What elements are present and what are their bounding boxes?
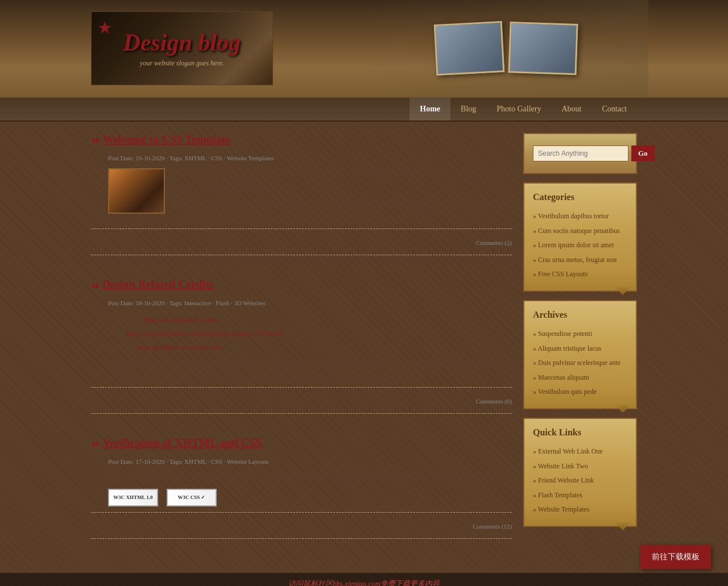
post-3-header: ❝ Verification of XHTML and CSS bbox=[91, 437, 512, 455]
main-wrapper: ❝ Welcome to CSS Template Post Date: 19-… bbox=[80, 122, 648, 573]
post-3-title[interactable]: Verification of XHTML and CSS bbox=[102, 437, 262, 450]
footer-bar: 访问鼠标社区bbs.xieniao.com免费下载更多内容 bbox=[0, 573, 728, 587]
w3c-css-badge: W3C CSS ✓ bbox=[167, 489, 217, 506]
post-3-footer: Comments (12) bbox=[91, 518, 512, 533]
content-area: ❝ Welcome to CSS Template Post Date: 19-… bbox=[91, 133, 512, 562]
quote-mark-2: ❝ bbox=[91, 281, 100, 297]
quicklink-item-4[interactable]: Flash Templates bbox=[533, 488, 627, 503]
post-2-divider bbox=[91, 387, 512, 388]
w3c-badges: W3C XHTML 1.0 W3C CSS ✓ bbox=[91, 489, 512, 506]
post-3-divider bbox=[91, 512, 512, 513]
logo-title: Design blog bbox=[123, 29, 241, 56]
nav-item-photo-gallery[interactable]: Photo Gallery bbox=[486, 98, 551, 120]
post-2-footer: Comments (6) bbox=[91, 393, 512, 408]
quicklink-item-1[interactable]: External Web Link One bbox=[533, 444, 627, 459]
category-item-2[interactable]: Cum sociis natoque penatibus bbox=[533, 224, 627, 239]
post-1-thumbnail bbox=[108, 168, 165, 214]
logo-slogan: your website slogan goes here. bbox=[140, 59, 224, 68]
post-2-para-1: Lorem ipsum dolor sit amet, consectetuer… bbox=[108, 360, 512, 381]
categories-title: Categories bbox=[533, 192, 627, 202]
post-3: ❝ Verification of XHTML and CSS Post Dat… bbox=[91, 437, 512, 550]
category-item-1[interactable]: Vestibulum dapibus tortor bbox=[533, 209, 627, 224]
post-3-meta: Post Date: 17-10-2020 · Tags: XHTML · CS… bbox=[91, 458, 512, 465]
w3c-xhtml-badge: W3C XHTML 1.0 bbox=[108, 489, 158, 506]
post-2-title[interactable]: Design Related Credits bbox=[102, 278, 214, 291]
post-1-comments-link[interactable]: Comments (2) bbox=[476, 239, 512, 246]
categories-widget: Categories Vestibulum dapibus tortor Cum… bbox=[523, 182, 637, 292]
post-1-text: This is free CSS template provided by te… bbox=[173, 168, 512, 223]
main-nav: Home Blog Photo Gallery About Contact bbox=[0, 97, 728, 122]
quicklink-item-5[interactable]: Website Templates bbox=[533, 502, 627, 517]
post-2-text: Lorem ipsum dolor sit amet, consectetuer… bbox=[91, 360, 512, 381]
post-1-body: This is free CSS template provided by te… bbox=[91, 168, 512, 223]
post-1-para-1: This is free CSS template provided by te… bbox=[173, 168, 512, 190]
site-header: ★ Design blog your website slogan goes h… bbox=[0, 0, 728, 97]
category-item-3[interactable]: Lorem ipsum dolor sit amet bbox=[533, 238, 627, 253]
nav-item-blog[interactable]: Blog bbox=[450, 98, 486, 120]
nav-item-contact[interactable]: Contact bbox=[592, 98, 637, 120]
search-input[interactable] bbox=[533, 146, 628, 161]
post-2-divider-bottom bbox=[91, 413, 512, 414]
post-1-header: ❝ Welcome to CSS Template bbox=[91, 133, 512, 152]
post-3-comments-link[interactable]: Comments (12) bbox=[473, 523, 512, 530]
post-1: ❝ Welcome to CSS Template Post Date: 19-… bbox=[91, 133, 512, 267]
nav-item-about[interactable]: About bbox=[551, 98, 592, 120]
search-button[interactable]: Go bbox=[631, 146, 655, 161]
archive-item-5[interactable]: Vestibulum quis pede bbox=[533, 385, 627, 400]
post-1-divider-bottom bbox=[91, 255, 512, 255]
search-widget: Go bbox=[523, 133, 637, 174]
category-item-5[interactable]: Free CSS Layouts bbox=[533, 267, 627, 282]
quicklink-item-2[interactable]: Website Link Two bbox=[533, 459, 627, 474]
post-2-header: ❝ Design Related Credits bbox=[91, 278, 512, 297]
w3c-xhtml-text: W3C XHTML 1.0 bbox=[113, 494, 152, 500]
archives-title: Archives bbox=[533, 310, 627, 320]
credit-line-1: IE PNG Fix: http://www.twinhelix.com bbox=[108, 313, 512, 327]
footer-text: 访问鼠标社区bbs.xieniao.com免费下载更多内容 bbox=[11, 579, 717, 587]
post-1-divider bbox=[91, 228, 512, 229]
header-photo-1 bbox=[434, 21, 505, 76]
post-3-text: Lorem ipsum dolor sit amet, consectetuer… bbox=[91, 472, 512, 483]
credit-line-2: Szuia: http://szuia.deviantart.com/art/g… bbox=[108, 327, 512, 340]
credit-link-3[interactable]: http://gvalkyrie.deviantart.com bbox=[138, 343, 222, 351]
credit-link-1[interactable]: http://www.twinhelix.com bbox=[144, 316, 216, 324]
post-1-para-2: Duis pulvinar scelerisque ante. Morbi tr… bbox=[173, 201, 512, 223]
quote-mark-1: ❝ bbox=[91, 136, 100, 152]
post-3-divider-bottom bbox=[91, 538, 512, 539]
post-1-meta: Post Date: 19-10-2020 · Tags: XHTML · CS… bbox=[91, 155, 512, 161]
archive-item-2[interactable]: Aliquam tristique lacus bbox=[533, 342, 627, 356]
logo-box: ★ Design blog your website slogan goes h… bbox=[91, 11, 273, 85]
logo-star-icon: ★ bbox=[97, 18, 113, 38]
nav-item-home[interactable]: Home bbox=[410, 98, 450, 120]
category-item-4[interactable]: Cras urna metus, feugiat non bbox=[533, 253, 627, 268]
post-3-para-1: Lorem ipsum dolor sit amet, consectetuer… bbox=[108, 472, 512, 483]
quicklinks-title: Quick Links bbox=[533, 427, 627, 438]
credit-link-2[interactable]: http://szuia.deviantart.com/art/grunge-b… bbox=[127, 330, 282, 338]
quicklink-item-3[interactable]: Friend Website Link bbox=[533, 473, 627, 488]
post-2: ❝ Design Related Credits Post Date: 18-1… bbox=[91, 278, 512, 425]
archive-item-1[interactable]: Suspendisse potenti bbox=[533, 327, 627, 342]
post-1-title[interactable]: Welcome to CSS Template bbox=[102, 133, 230, 146]
w3c-css-text: W3C CSS ✓ bbox=[177, 494, 205, 500]
sidebar: Go Categories Vestibulum dapibus tortor … bbox=[523, 133, 637, 535]
post-2-meta: Post Date: 18-10-2020 · Tags: Interactiv… bbox=[91, 300, 512, 306]
archive-item-4[interactable]: Maecenas aliquam bbox=[533, 371, 627, 385]
archive-item-3[interactable]: Duis pulvinar scelerisque ante bbox=[533, 356, 627, 371]
post-2-comments-link[interactable]: Comments (6) bbox=[476, 398, 512, 405]
header-decoration bbox=[364, 0, 648, 97]
post-2-credits: IE PNG Fix: http://www.twinhelix.com Szu… bbox=[91, 313, 512, 354]
archives-widget: Archives Suspendisse potenti Aliquam tri… bbox=[523, 300, 637, 409]
quote-mark-3: ❝ bbox=[91, 439, 100, 455]
post-1-footer: Comments (2) bbox=[91, 235, 512, 249]
credit-line-3: gvalkyrie: http://gvalkyrie.deviantart.c… bbox=[108, 340, 512, 354]
quicklinks-widget: Quick Links External Web Link One Websit… bbox=[523, 418, 637, 527]
header-photo-2 bbox=[508, 22, 578, 75]
download-button[interactable]: 前往下载模板 bbox=[640, 545, 711, 569]
